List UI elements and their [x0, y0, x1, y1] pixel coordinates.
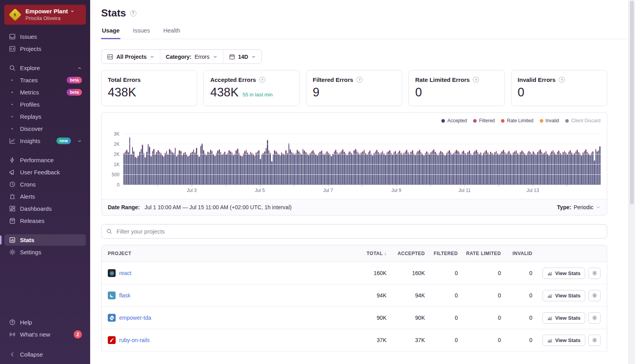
legend-item-invalid[interactable]: Invalid: [540, 118, 559, 123]
chart-bar-cap: [365, 153, 366, 154]
column-header-rate-limited[interactable]: RATE LIMITED: [459, 251, 502, 256]
view-stats-button[interactable]: View Stats: [542, 335, 585, 346]
column-header-project[interactable]: PROJECT: [102, 251, 348, 256]
sidebar-item-alerts[interactable]: Alerts: [4, 191, 86, 202]
sidebar-item-traces[interactable]: Tracesbeta: [4, 74, 86, 86]
view-stats-label: View Stats: [555, 293, 581, 299]
help-icon[interactable]: ?: [130, 10, 136, 16]
chart-bar: [126, 150, 127, 185]
date-period-filter[interactable]: 14D: [223, 50, 262, 63]
view-stats-button[interactable]: View Stats: [542, 268, 585, 279]
project-settings-button[interactable]: [588, 335, 601, 346]
org-switcher[interactable]: Empower Plant Priscila Oliveira: [4, 5, 86, 25]
chart-bar: [508, 151, 510, 185]
project-link[interactable]: ruby-on-rails: [119, 337, 150, 343]
category-filter[interactable]: Category: Errors: [160, 50, 223, 63]
chart-bar: [448, 151, 449, 185]
sidebar-item-issues[interactable]: Issues: [4, 31, 86, 42]
chart-bar-cap: [203, 150, 204, 151]
project-link[interactable]: react: [119, 270, 131, 276]
crons-icon: [8, 181, 16, 188]
chart-bar-cap: [578, 152, 579, 153]
sidebar-item-profiles[interactable]: Profiles: [4, 99, 86, 110]
sidebar-item-collapse[interactable]: Collapse: [4, 349, 86, 360]
chart-bar-cap: [484, 151, 486, 152]
chart-bar: [513, 152, 514, 185]
chart-bar: [132, 147, 133, 185]
scrollbar-track[interactable]: [628, 0, 635, 364]
legend-item-filtered[interactable]: Filtered: [473, 118, 495, 123]
chart-bar: [486, 150, 487, 185]
view-stats-button[interactable]: View Stats: [542, 312, 585, 324]
help-icon[interactable]: ?: [259, 77, 265, 83]
sidebar-item-replays[interactable]: Replays: [4, 111, 86, 122]
chart-bar: [183, 153, 184, 185]
chart-bar: [136, 158, 138, 185]
sidebar-item-what-s-new[interactable]: What's new2: [4, 329, 86, 340]
sidebar-item-help[interactable]: Help: [4, 317, 86, 328]
project-settings-button[interactable]: [588, 268, 601, 279]
chart-bar-cap: [448, 151, 449, 152]
gridline: [123, 144, 601, 144]
tab-issues[interactable]: Issues: [132, 27, 151, 39]
tab-health[interactable]: Health: [162, 27, 181, 39]
sidebar-item-stats[interactable]: Stats: [4, 234, 86, 246]
column-header-invalid[interactable]: INVALID: [502, 251, 533, 256]
chart-bar-cap: [399, 150, 400, 151]
legend-item-accepted[interactable]: Accepted: [441, 118, 467, 123]
sidebar-item-crons[interactable]: Crons: [4, 179, 86, 190]
chart-bar-cap: [423, 155, 425, 156]
project-search-input[interactable]: [116, 228, 602, 235]
project-settings-button[interactable]: [588, 312, 601, 324]
chart-bar: [435, 152, 436, 185]
scrollbar-thumb[interactable]: [630, 1, 634, 205]
chart-bar-cap: [362, 151, 363, 152]
chart-bar: [455, 151, 456, 185]
chart-bar: [254, 156, 256, 185]
bullet-icon: [8, 80, 16, 81]
sidebar-item-metrics[interactable]: Metricsbeta: [4, 87, 86, 98]
column-header-total[interactable]: TOTAL↓: [348, 251, 387, 256]
help-icon[interactable]: ?: [559, 77, 565, 83]
projects-filter[interactable]: All Projects: [102, 50, 160, 63]
chart-bar: [244, 151, 245, 185]
chart-bar: [368, 152, 369, 185]
legend-item-rate-limited[interactable]: Rate Limited: [501, 118, 533, 123]
help-icon[interactable]: ?: [473, 77, 479, 83]
sidebar-item-performance[interactable]: Performance: [4, 154, 86, 166]
x-tick: [294, 185, 294, 187]
bar-chart-icon: [547, 338, 552, 343]
tab-usage[interactable]: Usage: [101, 27, 120, 39]
project-link[interactable]: flask: [119, 292, 131, 299]
sidebar-item-releases[interactable]: Releases: [4, 215, 86, 226]
chart-bar: [331, 156, 332, 185]
project-link[interactable]: empower-tda: [119, 315, 151, 321]
sidebar-item-insights[interactable]: Insightsnew: [4, 135, 86, 147]
chart-bar-cap: [513, 152, 514, 153]
chart-type-dropdown[interactable]: Type: Periodic: [557, 204, 601, 210]
chart-bar-cap: [199, 156, 200, 157]
chart-bar-cap: [426, 151, 427, 152]
view-stats-button[interactable]: View Stats: [542, 290, 585, 301]
chart-bar: [341, 151, 342, 185]
sidebar-item-dashboards[interactable]: Dashboards: [4, 203, 86, 214]
chart-bar: [436, 153, 437, 185]
column-header-filtered[interactable]: FILTERED: [426, 251, 459, 256]
legend-item-client-discard[interactable]: Client Discard: [565, 118, 601, 123]
sidebar-item-explore[interactable]: Explore: [4, 62, 86, 74]
sidebar-item-settings[interactable]: Settings: [4, 246, 86, 258]
chart-bar: [351, 153, 352, 185]
x-axis-label: Jul 11: [459, 188, 471, 193]
chart-bar: [410, 152, 412, 185]
chart-bar: [263, 153, 264, 185]
help-icon[interactable]: ?: [356, 77, 363, 83]
sidebar-item-user-feedback[interactable]: User Feedback: [4, 167, 86, 178]
chart-bar: [577, 150, 578, 185]
chart-bar: [582, 152, 584, 185]
chart-bar-cap: [303, 149, 304, 150]
chart-bar-cap: [361, 152, 362, 153]
project-settings-button[interactable]: [588, 290, 601, 301]
sidebar-item-discover[interactable]: Discover: [4, 123, 86, 134]
sidebar-item-projects[interactable]: Projects: [4, 43, 86, 54]
column-header-accepted[interactable]: ACCEPTED: [387, 251, 426, 256]
